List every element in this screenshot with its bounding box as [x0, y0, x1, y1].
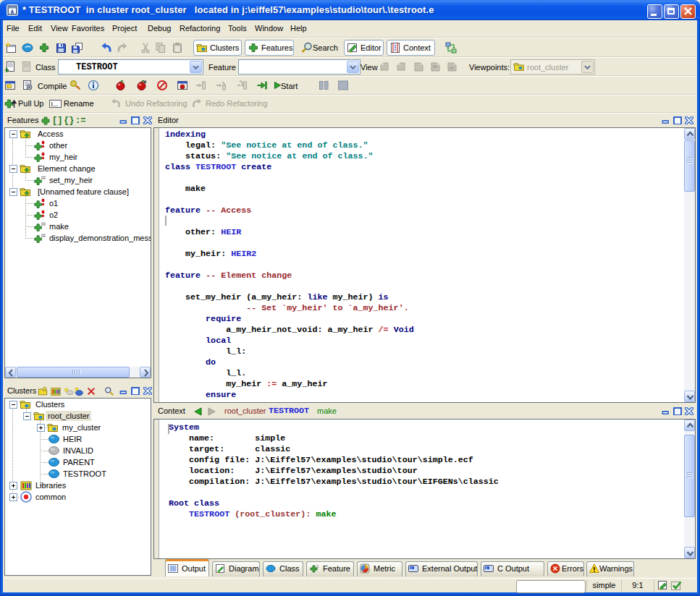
svg-text:I...: I... — [51, 101, 59, 108]
